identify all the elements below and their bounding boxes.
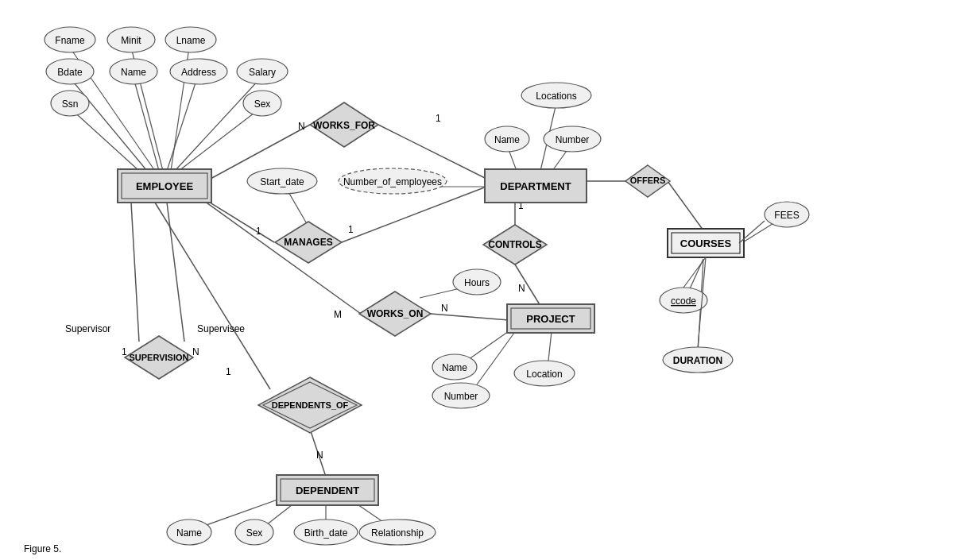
connections-layer: N 1 1 1 M N 1 N 1 N 1 N Supervisor Super… (0, 0, 968, 560)
fees-attr-label: FEES (774, 210, 799, 221)
proj-name-attr-label: Name (442, 362, 467, 373)
svg-line-35 (668, 181, 703, 230)
svg-line-12 (342, 187, 486, 242)
er-diagram: N 1 1 1 M N 1 N 1 N 1 N Supervisor Super… (0, 0, 968, 560)
cardinality-wf-1: 1 (436, 113, 441, 124)
svg-line-5 (167, 78, 197, 171)
sex-attr-label: Sex (254, 98, 271, 110)
fname-attr-label: Fname (55, 35, 85, 46)
svg-line-8 (179, 108, 261, 171)
name-dept-attr-label: Name (494, 134, 520, 145)
cardinality-mg-1b: 1 (348, 224, 354, 235)
courses-entity-label: COURSES (680, 238, 732, 249)
department-entity-label: DEPARTMENT (500, 180, 571, 192)
hours-attr-label: Hours (464, 277, 490, 288)
dep-relationship-attr-label: Relationship (371, 527, 424, 539)
dep-birth-attr-label: Birth_date (304, 527, 348, 539)
dep-sex-attr-label: Sex (246, 527, 263, 539)
cardinality-depof-1: 1 (226, 366, 231, 377)
svg-line-7 (70, 108, 139, 171)
number-dept-attr-label: Number (556, 134, 590, 145)
ssn-attr-label: Ssn (62, 98, 79, 110)
name-emp-attr-label: Name (121, 67, 146, 78)
minit-attr-label: Minit (121, 35, 141, 46)
svg-line-3 (70, 78, 147, 171)
svg-line-15 (199, 197, 361, 314)
supervisor-label: Supervisor (65, 323, 110, 334)
project-entity-label: PROJECT (526, 313, 575, 325)
address-attr-label: Address (181, 67, 216, 78)
ccode-attr-label: ccode (671, 295, 696, 307)
svg-line-16 (431, 314, 509, 320)
svg-line-27 (167, 203, 184, 342)
dependents-of-label: DEPENDENTS_OF (272, 400, 349, 410)
employee-entity-label: EMPLOYEE (136, 180, 194, 192)
cardinality-wo-n: N (441, 303, 448, 314)
cardinality-ctrl-n: N (518, 283, 525, 294)
start-date-attr-label: Start_date (260, 176, 304, 187)
bdate-attr-label: Bdate (57, 67, 83, 78)
proj-number-attr-label: Number (444, 391, 478, 402)
works-for-label: WORKS_FOR (313, 120, 375, 131)
supervisee-label: Supervisee (197, 323, 245, 334)
num-employees-attr-label: Number_of_employees (343, 176, 442, 187)
lname-attr-label: Lname (176, 35, 206, 46)
dep-name-attr-label: Name (176, 527, 202, 539)
controls-label: CONTROLS (488, 239, 541, 250)
duration-attr-label: DURATION (673, 355, 722, 366)
svg-line-26 (131, 203, 139, 342)
figure-label: Figure 5. (24, 543, 61, 554)
locations-attr-label: Locations (536, 91, 576, 102)
supervision-label: SUPERVISION (130, 353, 189, 362)
manages-label: MANAGES (284, 237, 332, 248)
offers-label: OFFERS (630, 176, 666, 185)
svg-line-6 (175, 78, 261, 171)
proj-location-attr-label: Location (526, 369, 562, 380)
dependent-entity-label: DEPENDENT (296, 485, 359, 496)
svg-line-4 (134, 78, 159, 171)
cardinality-sup-n: N (192, 346, 199, 357)
cardinality-mg-1a: 1 (256, 226, 261, 237)
works-on-label: WORKS_ON (367, 308, 424, 319)
salary-attr-label: Salary (249, 67, 276, 78)
cardinality-wo-m: M (334, 309, 342, 320)
cardinality-depof-n: N (316, 450, 323, 461)
cardinality-wf-n: N (298, 121, 305, 132)
